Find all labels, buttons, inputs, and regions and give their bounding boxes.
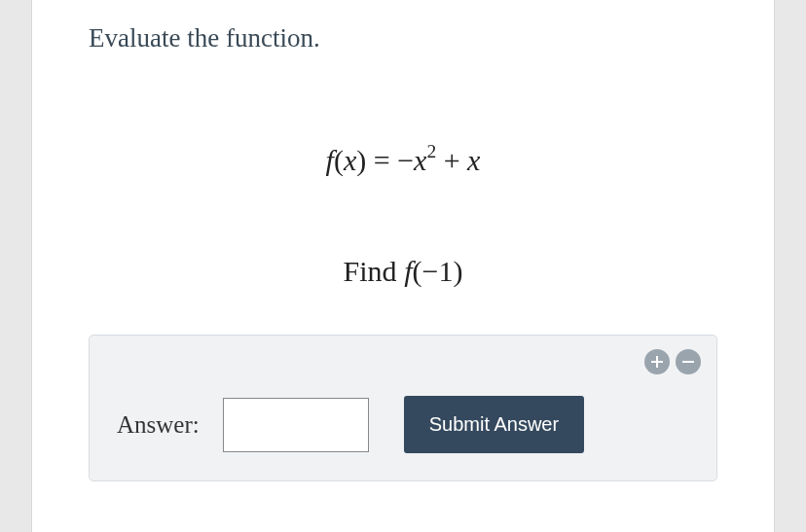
function-definition: f(x) = −x2 + x (326, 144, 481, 176)
zoom-in-button[interactable] (644, 349, 670, 374)
minus-icon (681, 355, 695, 369)
zoom-controls (644, 349, 701, 374)
answer-label: Answer: (117, 411, 200, 439)
equation-block: f(x) = −x2 + x (89, 143, 717, 177)
answer-input[interactable] (223, 398, 369, 452)
plus-icon (650, 355, 664, 369)
answer-panel: Answer: Submit Answer (89, 335, 717, 481)
svg-rect-1 (651, 361, 663, 363)
find-line: Find f(−1) (89, 255, 717, 288)
instruction-text: Evaluate the function. (89, 23, 717, 53)
problem-card: Evaluate the function. f(x) = −x2 + x Fi… (31, 0, 775, 532)
zoom-out-button[interactable] (676, 349, 701, 374)
answer-row: Answer: Submit Answer (117, 396, 697, 453)
svg-rect-2 (682, 361, 694, 363)
submit-button[interactable]: Submit Answer (404, 396, 584, 453)
